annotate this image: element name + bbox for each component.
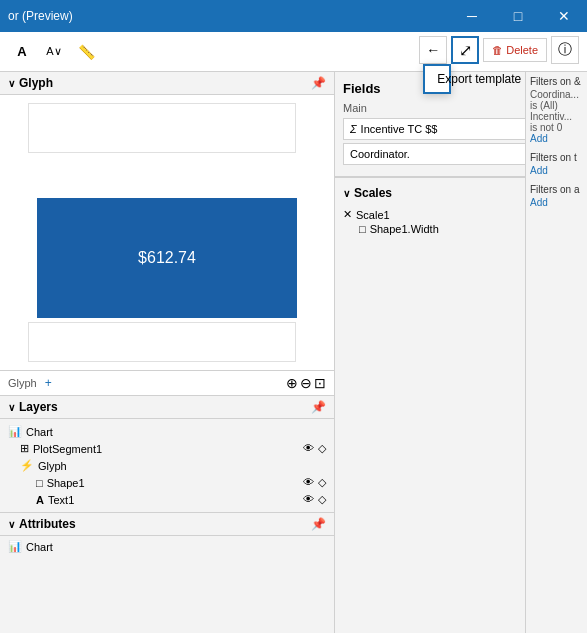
font-style-button[interactable]: A∨ (40, 38, 68, 66)
font-style-icon: A∨ (46, 45, 61, 58)
layer-item-chart[interactable]: 📊 Chart (0, 423, 334, 440)
layer-tree: 📊 Chart ⊞ PlotSegment1 👁 ◇ ⚡ Glyph (0, 419, 334, 512)
layer-text1-label: Text1 (48, 494, 74, 506)
layer-item-shape1[interactable]: □ Shape1 👁 ◇ (0, 474, 334, 491)
filter-group2-add[interactable]: Add (530, 165, 583, 176)
zoom-in-icon[interactable]: ⊕ (286, 375, 298, 391)
filter-group3-add[interactable]: Add (530, 197, 583, 208)
filter-group-2: Filters on t Add (530, 152, 583, 176)
chart-value: $612.74 (138, 249, 196, 267)
zoom-fit-icon[interactable]: ⊡ (314, 375, 326, 391)
filter-group1-title: Filters on & (530, 76, 583, 87)
shape-icon: □ (36, 477, 43, 489)
grid-icon: ⊞ (20, 442, 29, 455)
layer-text1-controls: 👁 ◇ (303, 493, 326, 506)
filter-group1-coord: Coordina... (530, 89, 583, 100)
scale-sub-label: Shape1.Width (370, 223, 439, 235)
attributes-chevron-icon: ∨ (8, 519, 15, 530)
delete-shape1-icon[interactable]: ◇ (318, 476, 326, 489)
sigma-icon: Σ (350, 123, 357, 135)
layer-glyph-label: Glyph (38, 460, 67, 472)
back-arrow-icon: ← (426, 42, 440, 58)
close-button[interactable]: ✕ (541, 0, 587, 32)
layer-shape1-label: Shape1 (47, 477, 85, 489)
filter-group1-isnot0: is not 0 (530, 122, 583, 133)
filter-group2-title: Filters on t (530, 152, 583, 163)
glyph-pin-icon[interactable]: 📌 (311, 76, 326, 90)
layers-chevron-icon: ∨ (8, 402, 15, 413)
text-layer-icon: A (36, 494, 44, 506)
glyph-layer-icon: ⚡ (20, 459, 34, 472)
glyph-chevron-icon: ∨ (8, 78, 15, 89)
right-panel: Fields ··· Main Σ Incentive TC $$ Coordi… (335, 72, 587, 633)
filter-group1-isall: is (All) (530, 100, 583, 111)
move-icon: ⤢ (459, 41, 472, 60)
ruler-button[interactable]: 📏 (72, 38, 100, 66)
zoom-controls: ⊕ ⊖ ⊡ (286, 375, 326, 391)
title-bar: or (Preview) ─ □ ✕ (0, 0, 587, 32)
layers-header: ∨ Layers 📌 (0, 396, 334, 419)
export-template-popup: Export template (423, 64, 451, 94)
layer-chart-label: Chart (26, 426, 53, 438)
layers-pin-icon[interactable]: 📌 (311, 400, 326, 414)
filter-group-1: Filters on & Coordina... is (All) Incent… (530, 76, 583, 144)
delete-label: Delete (506, 44, 538, 56)
export-template-label[interactable]: Export template (437, 72, 521, 86)
move-button[interactable]: ⤢ Export template (451, 36, 479, 64)
canvas-glyph-label: Glyph (8, 377, 37, 389)
scale1-label: Scale1 (356, 209, 390, 221)
ruler-icon: 📏 (78, 44, 95, 60)
scales-chevron-icon: ∨ (343, 188, 350, 199)
filters-panel: Filters on & Coordina... is (All) Incent… (525, 72, 587, 633)
minimize-button[interactable]: ─ (449, 0, 495, 32)
glyph-title: ∨ Glyph (8, 76, 53, 90)
main-layout: ∨ Glyph 📌 $612.74 Glyph (0, 72, 587, 633)
canvas-area[interactable]: $612.74 (0, 95, 334, 370)
layers-title: ∨ Layers (8, 400, 58, 414)
info-button[interactable]: ⓘ (551, 36, 579, 64)
zoom-out-icon[interactable]: ⊖ (300, 375, 312, 391)
delete-layer-icon[interactable]: ◇ (318, 442, 326, 455)
delete-icon: 🗑 (492, 44, 503, 56)
filter-group1-add[interactable]: Add (530, 133, 583, 144)
filter-group1-incentive: Incentiv... (530, 111, 583, 122)
glyph-section: ∨ Glyph 📌 $612.74 Glyph (0, 72, 334, 395)
canvas-add-icon[interactable]: + (45, 376, 52, 390)
text-icon: A (17, 44, 26, 59)
layer-item-text1[interactable]: A Text1 👁 ◇ (0, 491, 334, 508)
attributes-section: ∨ Attributes 📌 📊 Chart (0, 512, 334, 557)
maximize-button[interactable]: □ (495, 0, 541, 32)
eye-text1-icon[interactable]: 👁 (303, 493, 314, 506)
eye-shape1-icon[interactable]: 👁 (303, 476, 314, 489)
layers-section: ∨ Layers 📌 📊 Chart ⊞ PlotSegment1 👁 (0, 395, 334, 512)
glyph-section-header: ∨ Glyph 📌 (0, 72, 334, 95)
field-incentive-label: Incentive TC $$ (361, 123, 438, 135)
attributes-chart-label: Chart (26, 541, 53, 553)
attributes-chart-icon: 📊 (8, 540, 22, 553)
delete-text1-icon[interactable]: ◇ (318, 493, 326, 506)
eye-icon[interactable]: 👁 (303, 442, 314, 455)
chart-icon: 📊 (8, 425, 22, 438)
layer-item-plotsegment[interactable]: ⊞ PlotSegment1 👁 ◇ (0, 440, 334, 457)
glyph-title-label: Glyph (19, 76, 53, 90)
left-panel: ∨ Glyph 📌 $612.74 Glyph (0, 72, 335, 633)
glyph-canvas: $612.74 Glyph + ⊕ ⊖ ⊡ (0, 95, 334, 395)
field-coordinator-label: Coordinator. (350, 148, 410, 160)
title-bar-controls: ─ □ ✕ (449, 0, 587, 32)
title-bar-text: or (Preview) (8, 9, 73, 23)
toolbar: A A∨ 📏 ← ⤢ Export template 🗑 Delete ⓘ (0, 32, 587, 72)
layer-item-glyph[interactable]: ⚡ Glyph (0, 457, 334, 474)
text-tool-button[interactable]: A (8, 38, 36, 66)
layer-plotsegment-label: PlotSegment1 (33, 443, 102, 455)
top-action-area: ← ⤢ Export template 🗑 Delete ⓘ (419, 36, 579, 64)
info-icon: ⓘ (558, 41, 572, 59)
filter-group3-title: Filters on a (530, 184, 583, 195)
canvas-toolbar: Glyph + ⊕ ⊖ ⊡ (0, 370, 334, 395)
back-button[interactable]: ← (419, 36, 447, 64)
fields-title-label: Fields (343, 81, 381, 96)
layers-title-label: Layers (19, 400, 58, 414)
delete-button[interactable]: 🗑 Delete (483, 38, 547, 62)
scales-title-label: Scales (354, 186, 392, 200)
attributes-chart-item[interactable]: 📊 Chart (0, 536, 334, 557)
attributes-pin-icon[interactable]: 📌 (311, 517, 326, 531)
